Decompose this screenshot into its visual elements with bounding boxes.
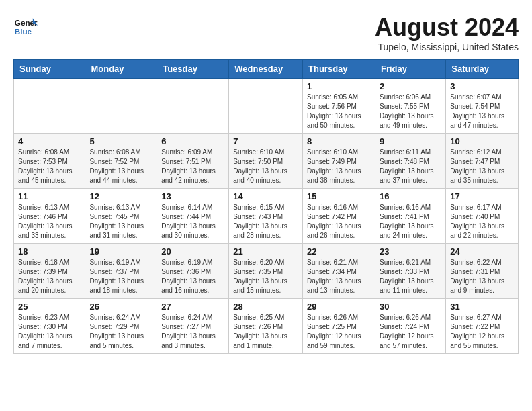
- calendar-table: SundayMondayTuesdayWednesdayThursdayFrid…: [13, 59, 519, 354]
- day-number: 22: [307, 246, 371, 257]
- calendar-cell: 15Sunrise: 6:16 AM Sunset: 7:42 PM Dayli…: [303, 189, 375, 244]
- day-info: Sunrise: 6:17 AM Sunset: 7:40 PM Dayligh…: [450, 203, 514, 240]
- day-info: Sunrise: 6:11 AM Sunset: 7:48 PM Dayligh…: [380, 148, 441, 185]
- calendar-cell: 11Sunrise: 6:13 AM Sunset: 7:46 PM Dayli…: [14, 189, 85, 244]
- logo: General Blue: [13, 13, 38, 38]
- calendar-cell: 23Sunrise: 6:21 AM Sunset: 7:33 PM Dayli…: [375, 244, 445, 299]
- calendar-cell: [157, 79, 229, 134]
- header-saturday: Saturday: [446, 60, 519, 79]
- day-info: Sunrise: 6:07 AM Sunset: 7:54 PM Dayligh…: [450, 93, 514, 130]
- calendar-cell: 12Sunrise: 6:13 AM Sunset: 7:45 PM Dayli…: [85, 189, 157, 244]
- day-number: 21: [233, 246, 298, 257]
- day-info: Sunrise: 6:15 AM Sunset: 7:43 PM Dayligh…: [233, 203, 298, 240]
- calendar-cell: 26Sunrise: 6:24 AM Sunset: 7:29 PM Dayli…: [85, 299, 157, 354]
- day-info: Sunrise: 6:16 AM Sunset: 7:42 PM Dayligh…: [307, 203, 371, 240]
- header-friday: Friday: [375, 60, 445, 79]
- calendar-cell: 16Sunrise: 6:16 AM Sunset: 7:41 PM Dayli…: [375, 189, 445, 244]
- day-info: Sunrise: 6:21 AM Sunset: 7:34 PM Dayligh…: [307, 258, 371, 295]
- calendar-cell: 27Sunrise: 6:24 AM Sunset: 7:27 PM Dayli…: [157, 299, 229, 354]
- header-thursday: Thursday: [303, 60, 375, 79]
- day-info: Sunrise: 6:19 AM Sunset: 7:37 PM Dayligh…: [89, 258, 152, 295]
- day-number: 27: [161, 302, 224, 312]
- calendar-cell: 3Sunrise: 6:07 AM Sunset: 7:54 PM Daylig…: [446, 79, 519, 134]
- day-info: Sunrise: 6:18 AM Sunset: 7:39 PM Dayligh…: [18, 258, 81, 295]
- day-info: Sunrise: 6:16 AM Sunset: 7:41 PM Dayligh…: [380, 203, 441, 240]
- calendar-cell: 25Sunrise: 6:23 AM Sunset: 7:30 PM Dayli…: [14, 299, 85, 354]
- day-number: 12: [89, 191, 152, 201]
- day-number: 14: [233, 191, 298, 201]
- day-info: Sunrise: 6:08 AM Sunset: 7:52 PM Dayligh…: [89, 148, 152, 185]
- day-info: Sunrise: 6:08 AM Sunset: 7:53 PM Dayligh…: [18, 148, 81, 185]
- day-info: Sunrise: 6:26 AM Sunset: 7:25 PM Dayligh…: [307, 313, 371, 351]
- day-number: 6: [161, 136, 224, 146]
- header-monday: Monday: [85, 60, 157, 79]
- page-header: General Blue August 2024 Tupelo, Mississ…: [13, 13, 519, 52]
- calendar-cell: 4Sunrise: 6:08 AM Sunset: 7:53 PM Daylig…: [14, 134, 85, 189]
- day-info: Sunrise: 6:24 AM Sunset: 7:27 PM Dayligh…: [161, 313, 224, 351]
- calendar-cell: 24Sunrise: 6:22 AM Sunset: 7:31 PM Dayli…: [446, 244, 519, 299]
- day-number: 26: [89, 302, 152, 312]
- title-block: August 2024 Tupelo, Mississippi, United …: [375, 13, 519, 52]
- calendar-cell: 30Sunrise: 6:26 AM Sunset: 7:24 PM Dayli…: [375, 299, 445, 354]
- day-info: Sunrise: 6:20 AM Sunset: 7:35 PM Dayligh…: [233, 258, 298, 295]
- day-number: 23: [380, 246, 441, 257]
- calendar-cell: 7Sunrise: 6:10 AM Sunset: 7:50 PM Daylig…: [229, 134, 303, 189]
- day-number: 19: [89, 246, 152, 257]
- day-info: Sunrise: 6:10 AM Sunset: 7:50 PM Dayligh…: [233, 148, 298, 185]
- day-number: 29: [307, 302, 371, 312]
- day-info: Sunrise: 6:27 AM Sunset: 7:22 PM Dayligh…: [450, 313, 514, 351]
- day-info: Sunrise: 6:13 AM Sunset: 7:46 PM Dayligh…: [18, 203, 81, 240]
- day-number: 15: [307, 191, 371, 201]
- calendar-cell: 9Sunrise: 6:11 AM Sunset: 7:48 PM Daylig…: [375, 134, 445, 189]
- day-number: 3: [450, 81, 514, 91]
- header-tuesday: Tuesday: [157, 60, 229, 79]
- day-info: Sunrise: 6:05 AM Sunset: 7:56 PM Dayligh…: [307, 93, 371, 130]
- day-info: Sunrise: 6:10 AM Sunset: 7:49 PM Dayligh…: [307, 148, 371, 185]
- calendar-week-5: 25Sunrise: 6:23 AM Sunset: 7:30 PM Dayli…: [14, 299, 519, 354]
- day-info: Sunrise: 6:26 AM Sunset: 7:24 PM Dayligh…: [380, 313, 441, 351]
- day-number: 9: [380, 136, 441, 146]
- header-wednesday: Wednesday: [229, 60, 303, 79]
- day-number: 11: [18, 191, 81, 201]
- calendar-week-3: 11Sunrise: 6:13 AM Sunset: 7:46 PM Dayli…: [14, 189, 519, 244]
- day-info: Sunrise: 6:21 AM Sunset: 7:33 PM Dayligh…: [380, 258, 441, 295]
- day-number: 24: [450, 246, 514, 257]
- calendar-cell: 5Sunrise: 6:08 AM Sunset: 7:52 PM Daylig…: [85, 134, 157, 189]
- day-info: Sunrise: 6:12 AM Sunset: 7:47 PM Dayligh…: [450, 148, 514, 185]
- calendar-cell: 8Sunrise: 6:10 AM Sunset: 7:49 PM Daylig…: [303, 134, 375, 189]
- day-number: 4: [18, 136, 81, 146]
- calendar-cell: 18Sunrise: 6:18 AM Sunset: 7:39 PM Dayli…: [14, 244, 85, 299]
- day-info: Sunrise: 6:14 AM Sunset: 7:44 PM Dayligh…: [161, 203, 224, 240]
- calendar-cell: 1Sunrise: 6:05 AM Sunset: 7:56 PM Daylig…: [303, 79, 375, 134]
- day-number: 5: [89, 136, 152, 146]
- day-info: Sunrise: 6:24 AM Sunset: 7:29 PM Dayligh…: [89, 313, 152, 351]
- day-info: Sunrise: 6:22 AM Sunset: 7:31 PM Dayligh…: [450, 258, 514, 295]
- calendar-cell: 19Sunrise: 6:19 AM Sunset: 7:37 PM Dayli…: [85, 244, 157, 299]
- calendar-week-2: 4Sunrise: 6:08 AM Sunset: 7:53 PM Daylig…: [14, 134, 519, 189]
- location: Tupelo, Mississippi, United States: [375, 42, 519, 52]
- calendar-cell: 10Sunrise: 6:12 AM Sunset: 7:47 PM Dayli…: [446, 134, 519, 189]
- calendar-cell: 20Sunrise: 6:19 AM Sunset: 7:36 PM Dayli…: [157, 244, 229, 299]
- calendar-week-4: 18Sunrise: 6:18 AM Sunset: 7:39 PM Dayli…: [14, 244, 519, 299]
- day-info: Sunrise: 6:19 AM Sunset: 7:36 PM Dayligh…: [161, 258, 224, 295]
- day-number: 13: [161, 191, 224, 201]
- day-number: 7: [233, 136, 298, 146]
- header-sunday: Sunday: [14, 60, 85, 79]
- day-number: 28: [233, 302, 298, 312]
- calendar-cell: 6Sunrise: 6:09 AM Sunset: 7:51 PM Daylig…: [157, 134, 229, 189]
- day-number: 1: [307, 81, 371, 91]
- day-number: 16: [380, 191, 441, 201]
- day-info: Sunrise: 6:09 AM Sunset: 7:51 PM Dayligh…: [161, 148, 224, 185]
- day-info: Sunrise: 6:23 AM Sunset: 7:30 PM Dayligh…: [18, 313, 81, 351]
- calendar-cell: 21Sunrise: 6:20 AM Sunset: 7:35 PM Dayli…: [229, 244, 303, 299]
- day-info: Sunrise: 6:25 AM Sunset: 7:26 PM Dayligh…: [233, 313, 298, 351]
- calendar-cell: [229, 79, 303, 134]
- calendar-header-row: SundayMondayTuesdayWednesdayThursdayFrid…: [14, 60, 519, 79]
- calendar-cell: [85, 79, 157, 134]
- day-number: 17: [450, 191, 514, 201]
- calendar-cell: 17Sunrise: 6:17 AM Sunset: 7:40 PM Dayli…: [446, 189, 519, 244]
- calendar-cell: 28Sunrise: 6:25 AM Sunset: 7:26 PM Dayli…: [229, 299, 303, 354]
- day-number: 25: [18, 302, 81, 312]
- day-number: 8: [307, 136, 371, 146]
- calendar-cell: 31Sunrise: 6:27 AM Sunset: 7:22 PM Dayli…: [446, 299, 519, 354]
